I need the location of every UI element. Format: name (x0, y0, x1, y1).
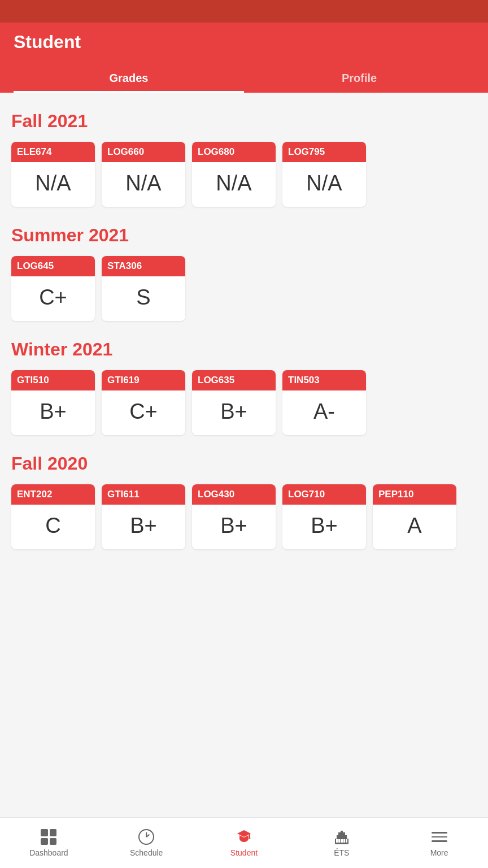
semester-title-summer-2021: Summer 2021 (11, 225, 477, 246)
course-grade: B+ (11, 390, 95, 435)
course-card[interactable]: LOG430B+ (192, 484, 276, 549)
course-grade: B+ (192, 390, 276, 435)
semester-section-fall-2020: Fall 2020ENT202CGTI611B+LOG430B+LOG710B+… (11, 453, 477, 549)
course-code: TIN503 (282, 370, 366, 390)
course-code: LOG710 (282, 484, 366, 505)
svg-point-0 (249, 837, 250, 839)
course-card[interactable]: TIN503A- (282, 370, 366, 435)
semester-section-winter-2021: Winter 2021GTI510B+GTI619C+LOG635B+TIN50… (11, 339, 477, 435)
tab-grades[interactable]: Grades (14, 64, 244, 93)
courses-grid-summer-2021: LOG645C+STA306S (11, 256, 477, 321)
course-code: LOG645 (11, 256, 95, 276)
grades-content: Fall 2021ELE674N/ALOG660N/ALOG680N/ALOG7… (0, 93, 488, 624)
svg-rect-2 (337, 835, 347, 839)
course-card[interactable]: GTI510B+ (11, 370, 95, 435)
course-grade: C+ (102, 390, 185, 435)
course-code: GTI611 (102, 484, 185, 505)
semester-section-fall-2021: Fall 2021ELE674N/ALOG660N/ALOG680N/ALOG7… (11, 111, 477, 207)
clock-icon (138, 828, 155, 845)
tab-profile[interactable]: Profile (244, 64, 474, 93)
course-card[interactable]: LOG645C+ (11, 256, 95, 321)
course-card[interactable]: PEP110A (373, 484, 456, 549)
course-code: LOG680 (192, 142, 276, 162)
course-grade: A (373, 505, 456, 549)
svg-rect-8 (343, 839, 345, 843)
course-card[interactable]: LOG680N/A (192, 142, 276, 207)
bottom-navigation: Dashboard Schedule Student (0, 817, 488, 868)
nav-ets[interactable]: ÉTS (293, 828, 390, 857)
course-code: LOG795 (282, 142, 366, 162)
nav-schedule[interactable]: Schedule (98, 828, 195, 857)
semester-title-fall-2020: Fall 2020 (11, 453, 477, 474)
nav-schedule-label: Schedule (130, 848, 163, 857)
course-grade: C+ (11, 276, 95, 321)
course-grade: B+ (192, 505, 276, 549)
course-code: LOG635 (192, 370, 276, 390)
svg-rect-7 (341, 839, 343, 843)
svg-rect-9 (346, 839, 347, 843)
nav-student[interactable]: Student (195, 828, 293, 857)
page-title: Student (14, 32, 474, 53)
nav-dashboard[interactable]: Dashboard (0, 828, 98, 857)
course-card[interactable]: GTI611B+ (102, 484, 185, 549)
nav-more-label: More (430, 848, 448, 857)
semester-title-fall-2021: Fall 2021 (11, 111, 477, 132)
svg-rect-6 (338, 839, 340, 843)
course-code: LOG430 (192, 484, 276, 505)
semester-title-winter-2021: Winter 2021 (11, 339, 477, 360)
course-code: PEP110 (373, 484, 456, 505)
course-grade: A- (282, 390, 366, 435)
course-code: STA306 (102, 256, 185, 276)
course-card[interactable]: ELE674N/A (11, 142, 95, 207)
course-code: ELE674 (11, 142, 95, 162)
course-grade: N/A (192, 162, 276, 207)
dashboard-icon (40, 828, 57, 845)
svg-rect-4 (341, 831, 343, 833)
course-card[interactable]: LOG660N/A (102, 142, 185, 207)
nav-more[interactable]: More (390, 828, 488, 857)
course-grade: C (11, 505, 95, 549)
course-card[interactable]: ENT202C (11, 484, 95, 549)
courses-grid-fall-2020: ENT202CGTI611B+LOG430B+LOG710B+PEP110A (11, 484, 477, 549)
course-grade: B+ (102, 505, 185, 549)
semester-section-summer-2021: Summer 2021LOG645C+STA306S (11, 225, 477, 321)
ets-icon (333, 828, 350, 845)
tab-bar: Grades Profile (14, 64, 474, 93)
course-grade: S (102, 276, 185, 321)
course-card[interactable]: STA306S (102, 256, 185, 321)
course-card[interactable]: LOG635B+ (192, 370, 276, 435)
course-grade: N/A (282, 162, 366, 207)
course-code: GTI619 (102, 370, 185, 390)
course-grade: N/A (102, 162, 185, 207)
courses-grid-fall-2021: ELE674N/ALOG660N/ALOG680N/ALOG795N/A (11, 142, 477, 207)
app-header: Student Grades Profile (0, 23, 488, 93)
nav-dashboard-label: Dashboard (29, 848, 68, 857)
courses-grid-winter-2021: GTI510B+GTI619C+LOG635B+TIN503A- (11, 370, 477, 435)
more-icon (431, 828, 448, 845)
svg-rect-5 (336, 839, 338, 843)
course-card[interactable]: GTI619C+ (102, 370, 185, 435)
nav-ets-label: ÉTS (334, 848, 349, 857)
student-icon (236, 828, 252, 845)
course-card[interactable]: LOG710B+ (282, 484, 366, 549)
course-code: ENT202 (11, 484, 95, 505)
status-bar (0, 0, 488, 23)
nav-student-label: Student (230, 848, 258, 857)
course-code: GTI510 (11, 370, 95, 390)
course-card[interactable]: LOG795N/A (282, 142, 366, 207)
course-grade: N/A (11, 162, 95, 207)
course-grade: B+ (282, 505, 366, 549)
course-code: LOG660 (102, 142, 185, 162)
